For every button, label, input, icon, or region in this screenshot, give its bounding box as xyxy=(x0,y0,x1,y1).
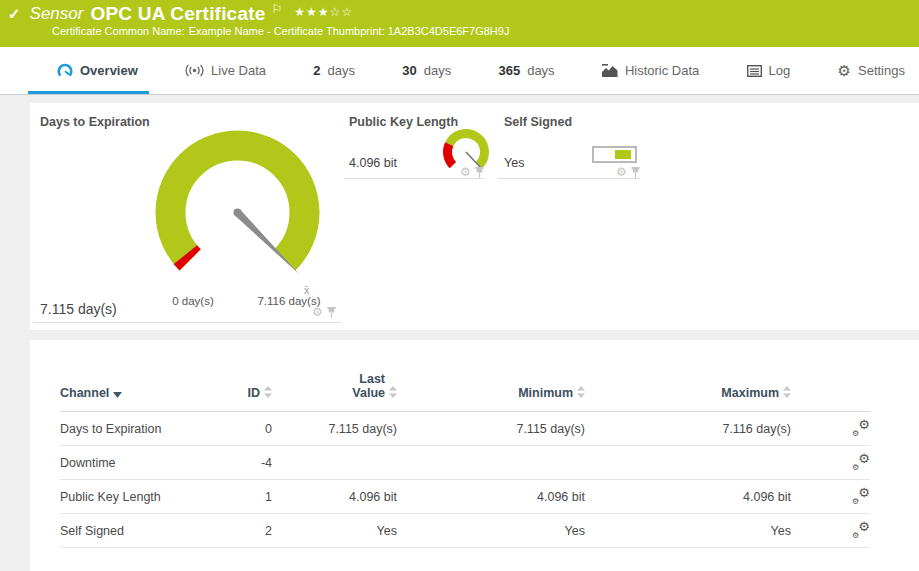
cell-channel: Public Key Length xyxy=(60,480,220,514)
sensor-subtitle: Certificate Common Name:Example Name - C… xyxy=(0,25,919,37)
self-signed-indicator xyxy=(592,146,637,163)
cell-minimum: 4.096 bit xyxy=(397,480,585,514)
sort-icon xyxy=(577,386,585,401)
status-ok-icon: ✓ xyxy=(8,3,21,25)
days-to-expiration-gauge: x̄ xyxy=(150,125,325,300)
table-header-row: Channel ID Last Value Minimum Maximum xyxy=(60,352,870,412)
page-title: OPC UA Certificate xyxy=(90,3,265,25)
cell-maximum: 4.096 bit xyxy=(585,480,791,514)
cell-id: 0 xyxy=(220,412,272,446)
panel-divider xyxy=(344,178,484,179)
tab-label: days xyxy=(424,63,451,78)
toggle-on-block xyxy=(615,150,631,159)
column-header-label: Channel xyxy=(60,386,109,400)
tab-2-days[interactable]: 2 days xyxy=(313,47,355,94)
column-header-maximum[interactable]: Maximum xyxy=(585,352,791,412)
table-row-public-key-length: Public Key Length 1 4.096 bit 4.096 bit … xyxy=(60,480,870,514)
tab-label: Log xyxy=(769,63,791,78)
tab-historic-data[interactable]: Historic Data xyxy=(602,47,699,94)
tab-number: 365 xyxy=(498,63,520,78)
cell-minimum xyxy=(397,446,585,480)
pin-icon[interactable] xyxy=(475,167,484,178)
sort-desc-icon xyxy=(113,387,122,401)
cell-channel: Downtime xyxy=(60,446,220,480)
gauges-card: Days to Expiration x̄ 0 day(s) 7.116 day… xyxy=(30,103,919,330)
cell-actions: ⚙⚙ xyxy=(791,514,870,548)
priority-stars[interactable]: ★★★☆☆ xyxy=(294,1,353,23)
gear-icon[interactable]: ⚙ xyxy=(312,306,323,318)
cell-id: 1 xyxy=(220,480,272,514)
gauge-actions: ⚙ xyxy=(616,166,640,178)
cell-actions: ⚙⚙ xyxy=(791,480,870,514)
mean-marker: x̄ xyxy=(304,284,310,296)
cell-actions: ⚙⚙ xyxy=(791,412,870,446)
channel-table: Channel ID Last Value Minimum Maximum xyxy=(60,352,870,548)
tab-label: days xyxy=(527,63,554,78)
sensor-header: ✓ Sensor OPC UA Certificate ⚐ ★★★☆☆ Cert… xyxy=(0,0,919,47)
gauge-title-self-signed: Self Signed xyxy=(504,115,572,129)
tab-label: Live Data xyxy=(211,63,266,78)
log-icon xyxy=(747,65,762,77)
gauge-actions: ⚙ xyxy=(312,306,336,318)
tab-label: Historic Data xyxy=(625,63,699,78)
column-header-label: Maximum xyxy=(721,386,779,400)
cell-last-value: 7.115 day(s) xyxy=(272,412,397,446)
flag-icon: ⚐ xyxy=(271,0,282,20)
sort-icon xyxy=(389,386,397,401)
cell-actions: ⚙⚙ xyxy=(791,446,870,480)
gauge-icon xyxy=(57,63,73,78)
gear-icon[interactable]: ⚙ xyxy=(460,166,471,178)
channel-table-card: Channel ID Last Value Minimum Maximum xyxy=(30,340,919,571)
tab-number: 2 xyxy=(313,63,320,78)
tab-log[interactable]: Log xyxy=(747,47,791,94)
tab-overview[interactable]: Overview xyxy=(57,47,138,94)
gear-icon[interactable]: ⚙ xyxy=(616,166,627,178)
tab-settings[interactable]: ⚙ Settings xyxy=(838,47,905,94)
gauge-title-days-to-expiration: Days to Expiration xyxy=(40,115,150,129)
column-header-label: Minimum xyxy=(518,386,573,400)
tab-number: 30 xyxy=(402,63,416,78)
cell-id: 2 xyxy=(220,514,272,548)
cell-maximum: 7.116 day(s) xyxy=(585,412,791,446)
gauge-actions: ⚙ xyxy=(460,166,484,178)
tab-30-days[interactable]: 30 days xyxy=(402,47,451,94)
channel-settings-icon[interactable]: ⚙⚙ xyxy=(852,488,870,503)
table-row-days-to-expiration: Days to Expiration 0 7.115 day(s) 7.115 … xyxy=(60,412,870,446)
gauge-value-self-signed: Yes xyxy=(504,156,524,170)
column-header-actions xyxy=(791,352,870,412)
column-header-minimum[interactable]: Minimum xyxy=(397,352,585,412)
table-row-downtime: Downtime -4 ⚙⚙ xyxy=(60,446,870,480)
cell-maximum: Yes xyxy=(585,514,791,548)
stars-empty[interactable]: ☆☆ xyxy=(330,5,354,19)
pin-icon[interactable] xyxy=(327,307,336,318)
tab-label: days xyxy=(328,63,355,78)
gauge-min-label: 0 day(s) xyxy=(172,295,214,307)
channel-settings-icon[interactable]: ⚙⚙ xyxy=(852,454,870,469)
cell-id: -4 xyxy=(220,446,272,480)
sort-icon xyxy=(264,386,272,401)
subtitle-label: Certificate Common Name: xyxy=(52,25,185,37)
column-header-channel[interactable]: Channel xyxy=(60,352,220,412)
channel-settings-icon[interactable]: ⚙⚙ xyxy=(852,420,870,435)
channel-settings-icon[interactable]: ⚙⚙ xyxy=(852,522,870,537)
area-chart-icon xyxy=(602,64,618,77)
cell-minimum: Yes xyxy=(397,514,585,548)
stars-filled[interactable]: ★★★ xyxy=(294,5,329,19)
cell-minimum: 7.115 day(s) xyxy=(397,412,585,446)
cell-channel: Self Signed xyxy=(60,514,220,548)
column-header-id[interactable]: ID xyxy=(220,352,272,412)
column-header-label: Last Value xyxy=(341,372,385,400)
tab-365-days[interactable]: 365 days xyxy=(498,47,554,94)
panel-divider xyxy=(33,322,341,323)
cell-channel: Days to Expiration xyxy=(60,412,220,446)
column-header-label: ID xyxy=(248,386,261,400)
column-header-last-value[interactable]: Last Value xyxy=(272,352,397,412)
tab-label: Settings xyxy=(858,63,905,78)
pin-icon[interactable] xyxy=(631,167,640,178)
tab-live-data[interactable]: Live Data xyxy=(185,47,266,94)
sensor-kicker: Sensor xyxy=(30,3,84,25)
cell-last-value: 4.096 bit xyxy=(272,480,397,514)
sort-icon xyxy=(783,386,791,401)
tab-label: Overview xyxy=(80,63,138,78)
cell-last-value xyxy=(272,446,397,480)
